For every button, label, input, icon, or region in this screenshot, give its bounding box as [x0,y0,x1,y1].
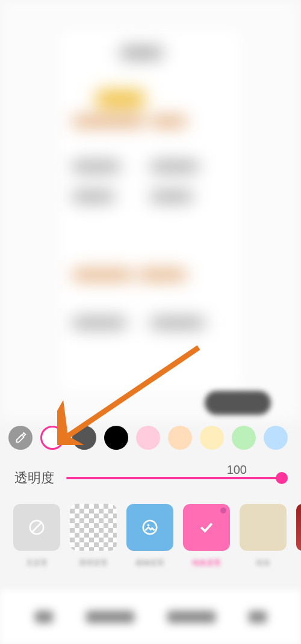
none-icon [28,518,46,536]
color-swatch-yellow[interactable] [200,426,224,450]
bg-labels: 无背景 透明背景 模糊背景 纯色背景 纸张 [13,558,301,568]
bg-option-none[interactable] [13,504,60,551]
opacity-label: 透明度 [14,469,54,487]
background-options [13,504,301,551]
opacity-section: 100 透明度 [14,463,283,487]
bottom-bar [0,590,301,644]
action-pill[interactable] [205,391,271,415]
check-icon [197,518,216,536]
bg-label-transparent: 透明背景 [70,558,117,568]
bg-option-pattern[interactable] [296,504,301,551]
bg-label-none: 无背景 [13,558,60,568]
svg-point-4 [147,524,150,526]
svg-point-3 [143,521,157,535]
eyedropper-button[interactable] [8,426,33,450]
bg-option-transparent[interactable] [70,504,117,551]
color-swatch-black[interactable] [104,426,128,450]
opacity-thumb[interactable] [276,472,288,484]
color-swatch-blue[interactable] [264,426,288,450]
color-swatch-green[interactable] [232,426,256,450]
bg-option-blur[interactable] [126,504,173,551]
color-swatch-peach[interactable] [168,426,192,450]
color-picker-row [6,426,301,450]
color-swatch-gray[interactable] [72,426,96,450]
opacity-slider[interactable] [66,477,283,479]
eyedropper-icon [14,431,27,444]
bg-label-color: 纯色背景 [183,558,230,568]
color-swatch-pink[interactable] [136,426,160,450]
opacity-value: 100 [227,463,247,477]
image-icon [141,518,159,536]
bg-label-paper: 纸张 [240,558,287,568]
color-swatch-white[interactable] [40,426,64,450]
indicator-dot [220,508,226,514]
svg-line-2 [33,523,42,532]
bg-option-color[interactable] [183,504,230,551]
bg-option-paper[interactable] [240,504,287,551]
blurred-content [60,30,241,391]
bg-label-blur: 模糊背景 [126,558,173,568]
